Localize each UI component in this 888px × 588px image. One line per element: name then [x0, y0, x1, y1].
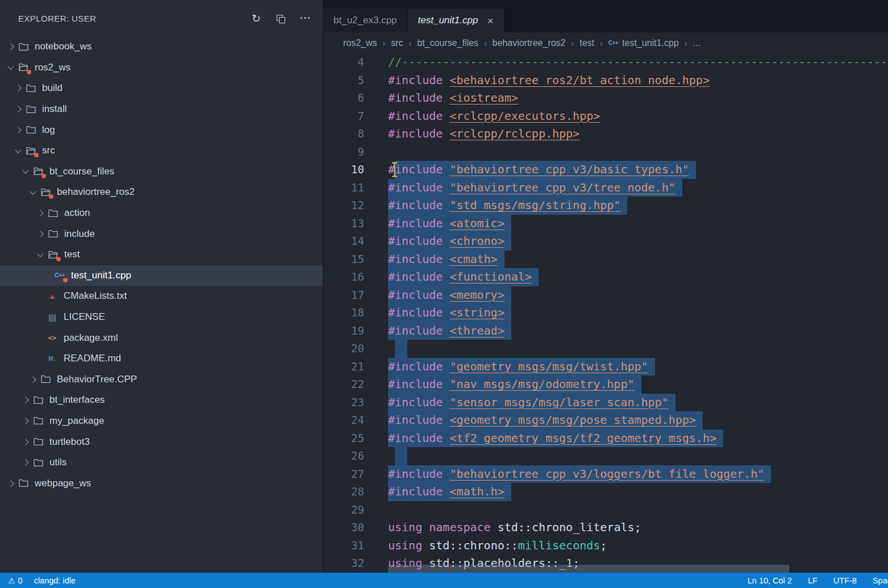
chevron-right-icon[interactable] [15, 106, 21, 112]
encoding-indicator[interactable]: UTF-8 [833, 576, 857, 585]
chevron-right-icon[interactable] [15, 85, 21, 91]
tree-item-action[interactable]: action [0, 203, 323, 224]
chevron-right-icon[interactable] [37, 231, 43, 237]
tree-item-behaviortree-ros2[interactable]: behaviortree_ros2 [0, 182, 323, 203]
chevron-right-icon[interactable] [7, 44, 14, 50]
breadcrumb-item-test-unit1-cpp[interactable]: test_unit1.cpp [622, 38, 679, 48]
code-line-content: //--------------------------------------… [388, 53, 888, 72]
breadcrumb-item-[interactable]: ... [693, 38, 700, 48]
tree-item-test-unit1-cpp[interactable]: C++test_unit1.cpp [0, 265, 323, 286]
indentation-indicator[interactable]: Spac [873, 576, 888, 585]
tree-item-log[interactable]: log [0, 119, 323, 140]
chevron-down-icon[interactable] [22, 168, 28, 174]
line-number[interactable]: 12 [323, 197, 364, 215]
line-number[interactable]: 31 [323, 537, 364, 555]
tree-item-src[interactable]: src [0, 140, 323, 161]
chevron-right-icon[interactable] [15, 127, 21, 133]
tree-item-utils[interactable]: utils [0, 452, 323, 473]
explorer-toolbar: ↻ ··· [252, 12, 311, 24]
line-number[interactable]: 19 [323, 322, 364, 340]
line-number[interactable]: 8 [323, 125, 364, 143]
line-number[interactable]: 9 [323, 143, 364, 161]
chevron-right-icon[interactable] [22, 397, 28, 403]
eol-indicator[interactable]: LF [808, 576, 818, 585]
tree-item-package-xml[interactable]: <>package.xml [0, 327, 323, 348]
line-number[interactable]: 4 [323, 53, 364, 72]
horizontal-scrollbar[interactable] [388, 565, 789, 573]
tree-item-license[interactable]: ▤LICENSE [0, 307, 323, 328]
line-number[interactable]: 18 [323, 304, 364, 322]
tree-item-bt-interfaces[interactable]: bt_interfaces [0, 390, 323, 411]
tab-test-unit1-cpp[interactable]: test_unit1.cpp× [408, 9, 505, 32]
more-actions-icon[interactable]: ··· [300, 12, 311, 24]
chevron-down-icon[interactable] [15, 147, 21, 153]
breadcrumb-item-src[interactable]: src [391, 38, 403, 48]
line-number[interactable]: 22 [323, 376, 364, 394]
collapse-folders-icon[interactable] [276, 14, 285, 23]
chevron-right-icon[interactable] [7, 480, 14, 486]
chevron-down-icon[interactable] [30, 188, 36, 194]
close-icon[interactable]: × [487, 15, 493, 26]
tree-item-my-package[interactable]: my_package [0, 411, 323, 432]
tree-item-behaviortree-cpp[interactable]: BehaviorTree.CPP [0, 369, 323, 390]
line-number[interactable]: 21 [323, 358, 364, 376]
line-number[interactable]: 7 [323, 107, 364, 126]
tree-item-cmakelists-txt[interactable]: ▲CMakeLists.txt [0, 286, 323, 307]
line-number[interactable]: 10 [323, 161, 364, 179]
chevron-down-icon[interactable] [37, 251, 43, 257]
tree-item-label: bt_course_files [49, 166, 114, 177]
tree-item-include[interactable]: include [0, 223, 323, 244]
tree-item-webpage-ws[interactable]: webpage_ws [0, 473, 323, 494]
tab-bt-u2-ex3-cpp[interactable]: bt_u2_ex3.cpp [323, 9, 408, 32]
refresh-icon[interactable]: ↻ [252, 13, 261, 24]
tree-item-readme-md[interactable]: M↓README.md [0, 348, 323, 369]
line-number[interactable]: 11 [323, 179, 364, 197]
chevron-right-icon[interactable] [30, 376, 36, 382]
line-number[interactable]: 32 [323, 554, 364, 573]
line-number[interactable]: 20 [323, 340, 364, 358]
chevron-right-icon[interactable] [22, 418, 28, 424]
cursor-position[interactable]: Ln 10, Col 2 [748, 576, 792, 585]
line-number[interactable]: 24 [323, 411, 364, 429]
code-line-31: 31using std::chrono::milliseconds; [323, 537, 888, 555]
tree-item-label: log [42, 124, 55, 136]
tree-item-turtlebot3[interactable]: turtlebot3 [0, 431, 323, 452]
line-number[interactable]: 5 [323, 72, 364, 90]
chevron-right-icon[interactable] [22, 439, 28, 445]
line-number[interactable]: 14 [323, 232, 364, 251]
chevron-right-icon[interactable] [22, 460, 28, 466]
breadcrumb-item-test[interactable]: test [580, 38, 594, 48]
tree-item-ros2-ws[interactable]: ros2_ws [0, 57, 323, 78]
code-line-28: 28#include <math.h> [323, 483, 888, 501]
breadcrumb-item-bt-course-files[interactable]: bt_course_files [417, 38, 478, 48]
chevron-right-icon[interactable] [37, 210, 43, 216]
tree-item-label: webpage_ws [35, 478, 91, 489]
clangd-status[interactable]: clangd: idle [34, 576, 76, 585]
line-number[interactable]: 28 [323, 483, 364, 501]
breadcrumb-item-ros2-ws[interactable]: ros2_ws [343, 38, 377, 48]
line-number[interactable]: 13 [323, 215, 364, 233]
tree-item-build[interactable]: build [0, 78, 323, 99]
tree-item-test[interactable]: test [0, 244, 323, 265]
line-number[interactable]: 27 [323, 465, 364, 483]
problems-indicator[interactable]: ⚠ 0 [8, 576, 23, 585]
tree-item-label: package.xml [64, 332, 118, 344]
tree-item-notebook-ws[interactable]: notebook_ws [0, 36, 323, 57]
tree-item-bt-course-files[interactable]: bt_course_files [0, 161, 323, 182]
line-number[interactable]: 25 [323, 429, 364, 448]
breadcrumb-item-behaviortree-ros2[interactable]: behaviortree_ros2 [493, 38, 566, 48]
line-number[interactable]: 30 [323, 519, 364, 537]
modified-dot [27, 70, 31, 74]
line-number[interactable]: 29 [323, 501, 364, 519]
tree-item-install[interactable]: install [0, 99, 323, 120]
line-number[interactable]: 26 [323, 447, 364, 465]
code-editor[interactable]: 4//-------------------------------------… [323, 53, 888, 573]
line-number[interactable]: 17 [323, 286, 364, 305]
line-number[interactable]: 16 [323, 268, 364, 286]
line-number[interactable]: 6 [323, 89, 364, 107]
folder-icon [47, 208, 59, 218]
chevron-down-icon[interactable] [7, 64, 14, 70]
code-line-10: 10#include "behaviortree_cpp_v3/basic_ty… [323, 161, 888, 179]
line-number[interactable]: 23 [323, 394, 364, 412]
line-number[interactable]: 15 [323, 251, 364, 269]
